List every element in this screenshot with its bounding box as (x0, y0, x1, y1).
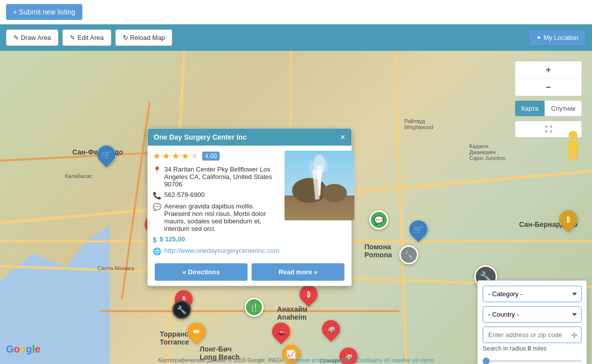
read-more-button[interactable]: Read more » (252, 263, 344, 281)
popup-title: One Day Surgery Center Inc (154, 133, 247, 141)
map-marker[interactable]: 🍴 (245, 298, 264, 317)
popup-description-row: 💬 Aenean gravida dapibus mollis. Praesen… (153, 202, 280, 232)
map-marker[interactable]: 💬 (369, 210, 388, 229)
phone-icon: 📞 (153, 191, 161, 199)
address-input[interactable] (483, 327, 582, 343)
popup-rating: ★ ★ ★ ★ ★ 4.00 (153, 151, 280, 162)
svg-point-7 (322, 161, 328, 173)
map-type-controls: Карта Спутник (515, 100, 582, 117)
terms-link[interactable]: Условия использования (289, 357, 350, 363)
radius-label: Search in radius 0 miles (483, 345, 582, 352)
svg-point-6 (308, 161, 316, 176)
svg-rect-1 (285, 195, 354, 220)
map-controls: + − Карта Спутник ⛶ (515, 61, 582, 138)
map-container[interactable]: Сан-Фернандо Санта-Моника ТоррансTorranc… (0, 51, 592, 364)
location-icon: 📍 (153, 166, 161, 174)
popup-header: One Day Surgery Center Inc × (148, 129, 351, 146)
zoom-controls: + − (515, 61, 582, 96)
pegman-body (568, 141, 578, 155)
edit-area-button[interactable]: ✎ Edit Area (62, 29, 111, 46)
popup-close-button[interactable]: × (340, 133, 345, 142)
map-attribution: Картографические данные © 2016 Google, I… (158, 357, 434, 363)
reload-map-button[interactable]: ↻ Reload Map (115, 29, 173, 46)
attribution-text: Картографические данные © 2016 Google, I… (158, 357, 283, 363)
price-icon: $ (153, 236, 157, 244)
map-marker[interactable]: 🔧 (399, 245, 418, 264)
star-2: ★ (162, 151, 170, 162)
popup-phone: 562-579-6900 (164, 191, 205, 198)
zoom-out-button[interactable]: − (515, 79, 582, 96)
popup-address: 34 Raritan Center Pky Bellflower Los Ang… (164, 166, 280, 188)
popup-details: ★ ★ ★ ★ ★ 4.00 📍 34 Raritan Center Pky B… (153, 151, 280, 258)
info-popup: One Day Surgery Center Inc × ★ ★ ★ ★ ★ 4… (147, 128, 352, 286)
popup-website-link[interactable]: http://www.onedaysurgerycenterinc.com (164, 247, 280, 254)
star-3: ★ (172, 151, 180, 162)
address-input-wrap: ✛ (483, 327, 582, 343)
popup-image (285, 151, 354, 220)
popup-body: ★ ★ ★ ★ ★ 4.00 📍 34 Raritan Center Pky B… (148, 146, 351, 263)
road (394, 51, 407, 364)
map-toolbar: ✎ Draw Area ✎ Edit Area ↻ Reload Map ✦ M… (0, 24, 592, 51)
popup-phone-row: 📞 562-579-6900 (153, 191, 280, 199)
pegman-head (569, 131, 578, 140)
popup-price: $ 125,00 (160, 235, 185, 243)
map-marker[interactable]: 🔧 (172, 300, 191, 319)
google-logo: Google (6, 344, 40, 355)
map-type-satellite-button[interactable]: Спутник (545, 101, 582, 116)
popup-description: Aenean gravida dapibus mollis. Praesent … (164, 202, 280, 232)
popup-website-row: 🌐 http://www.onedaysurgerycenterinc.com (153, 247, 280, 255)
popup-footer: « Directions Read more » (148, 263, 351, 286)
star-4: ★ (181, 151, 189, 162)
pegman-legs (568, 155, 578, 161)
search-panel: - Category - - Country - ✛ Search in rad… (477, 280, 587, 364)
my-location-button[interactable]: ✦ My Location (529, 29, 586, 46)
popup-address-row: 📍 34 Raritan Center Pky Bellflower Los A… (153, 166, 280, 188)
crosshair-icon[interactable]: ✛ (571, 330, 578, 340)
zoom-in-button[interactable]: + (515, 61, 582, 79)
svg-point-2 (292, 178, 327, 203)
map-type-map-button[interactable]: Карта (515, 101, 545, 116)
star-5: ★ (191, 151, 199, 162)
radius-slider[interactable] (483, 360, 582, 362)
star-1: ★ (153, 151, 161, 162)
popup-image-placeholder (285, 151, 354, 220)
category-select[interactable]: - Category - (483, 286, 582, 302)
comment-icon: 💬 (153, 203, 161, 211)
directions-button[interactable]: « Directions (155, 263, 248, 281)
draw-area-button[interactable]: ✎ Draw Area (6, 29, 58, 46)
submit-listing-button[interactable]: + Submit new listing (6, 4, 82, 20)
report-error-link[interactable]: Сообщить об ошибке на карте (356, 357, 434, 363)
globe-icon: 🌐 (153, 247, 161, 255)
radius-value: 0 (528, 345, 531, 352)
country-select[interactable]: - Country - (483, 306, 582, 323)
popup-price-row: $ $ 125,00 (153, 235, 280, 244)
rating-badge: 4.00 (202, 152, 220, 161)
pegman[interactable] (568, 131, 578, 151)
svg-point-3 (322, 184, 347, 202)
top-bar: + Submit new listing (0, 0, 592, 24)
